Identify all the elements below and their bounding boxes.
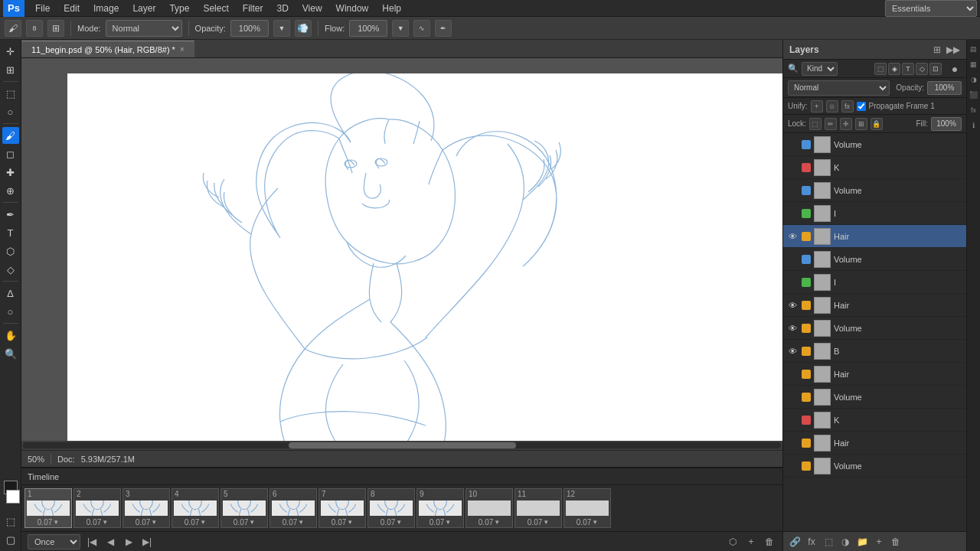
- new-frame-btn[interactable]: +: [744, 535, 758, 549]
- lock-transparent-icon[interactable]: ⬚: [809, 118, 822, 130]
- frame-time[interactable]: 0.07▼: [332, 517, 353, 527]
- layer-row[interactable]: 👁Hair: [783, 225, 966, 248]
- layer-row[interactable]: Volume: [783, 179, 966, 202]
- timeline-frame[interactable]: 3 0.07▼: [122, 488, 170, 528]
- unify-face-icon[interactable]: ☺: [826, 100, 838, 112]
- layer-eye-icon[interactable]: [786, 414, 799, 426]
- filter-smart-icon[interactable]: ⊡: [929, 63, 942, 75]
- filter-toggle[interactable]: ●: [948, 62, 962, 76]
- fill-value-input[interactable]: [931, 117, 962, 131]
- layer-row[interactable]: 👁Volume: [783, 317, 966, 340]
- frame-time[interactable]: 0.07▼: [528, 517, 549, 527]
- layers-arrange-icon[interactable]: ⊞: [930, 43, 944, 57]
- filter-pixel-icon[interactable]: ⬚: [874, 63, 887, 75]
- frame-time[interactable]: 0.07▼: [87, 517, 108, 527]
- scroll-thumb[interactable]: [289, 442, 516, 448]
- delete-frame-btn[interactable]: 🗑: [763, 535, 776, 549]
- menu-view[interactable]: View: [296, 2, 328, 15]
- link-layers-icon[interactable]: 🔗: [788, 535, 802, 549]
- unify-style-icon[interactable]: fx: [841, 100, 854, 112]
- heal-tool[interactable]: ⊕: [2, 182, 19, 199]
- layer-eye-icon[interactable]: [786, 437, 799, 449]
- opacity-input[interactable]: [230, 20, 269, 37]
- menu-file[interactable]: File: [29, 2, 56, 15]
- panel-adjust-icon[interactable]: ◑: [968, 73, 980, 86]
- flow-input[interactable]: [349, 20, 387, 37]
- lock-position-icon[interactable]: ✛: [840, 118, 852, 130]
- menu-type[interactable]: Type: [163, 2, 195, 15]
- new-layer-icon[interactable]: +: [872, 535, 886, 549]
- panel-history-icon[interactable]: ▤: [968, 43, 980, 55]
- filter-adjust-icon[interactable]: ◈: [888, 63, 900, 75]
- timeline-frame[interactable]: 8 0.07▼: [368, 488, 415, 528]
- flow-arrow[interactable]: ▼: [392, 20, 409, 37]
- timeline-frame[interactable]: 4 0.07▼: [172, 488, 219, 528]
- pen-tool[interactable]: ✒: [2, 206, 19, 223]
- layer-row[interactable]: Volume: [783, 133, 966, 156]
- layer-eye-icon[interactable]: 👁: [786, 299, 799, 311]
- type-tool[interactable]: T: [2, 224, 19, 241]
- tween-btn[interactable]: ⬡: [726, 535, 740, 549]
- layer-eye-icon[interactable]: 👁: [786, 230, 799, 243]
- layer-row[interactable]: K: [783, 409, 966, 432]
- path-tool[interactable]: ⬡: [2, 243, 19, 259]
- timeline-frame[interactable]: 2 0.07▼: [74, 488, 121, 528]
- lock-all-icon[interactable]: 🔒: [871, 118, 883, 130]
- delete-layer-icon[interactable]: 🗑: [889, 535, 903, 549]
- marquee-tool[interactable]: ⬚: [2, 85, 19, 102]
- menu-image[interactable]: Image: [87, 2, 125, 15]
- shape-tool[interactable]: ◇: [2, 261, 19, 278]
- timeline-frame[interactable]: 1 0.07▼: [24, 488, 72, 528]
- layer-eye-icon[interactable]: [786, 276, 799, 289]
- go-first-btn[interactable]: |◀: [85, 535, 99, 549]
- artboard-tool[interactable]: ⊞: [2, 61, 19, 78]
- opacity-value-input[interactable]: [927, 81, 962, 95]
- layer-row[interactable]: Hair: [783, 432, 966, 455]
- adjustment-layer-icon[interactable]: ◑: [838, 535, 852, 549]
- move-tool[interactable]: ✛: [2, 43, 19, 60]
- play-btn[interactable]: ▶: [122, 535, 136, 549]
- background-color[interactable]: [6, 490, 20, 504]
- filter-type-icon[interactable]: T: [902, 63, 914, 75]
- filter-type-select[interactable]: Kind: [802, 62, 838, 76]
- eraser-tool[interactable]: ◻: [2, 145, 19, 162]
- layer-eye-icon[interactable]: [786, 161, 799, 174]
- menu-edit[interactable]: Edit: [57, 2, 86, 15]
- timeline-frame[interactable]: 6 0.07▼: [270, 488, 317, 528]
- timeline-frame[interactable]: 120.07▼: [564, 488, 611, 528]
- blur-tool[interactable]: ∆: [2, 285, 19, 302]
- stylus-icon[interactable]: ✒: [435, 20, 452, 37]
- timeline-frame[interactable]: 100.07▼: [466, 488, 513, 528]
- blend-mode-select[interactable]: Normal: [788, 80, 890, 96]
- smoothing-icon[interactable]: ∿: [413, 20, 430, 37]
- layer-eye-icon[interactable]: 👁: [786, 345, 799, 357]
- menu-filter[interactable]: Filter: [237, 2, 270, 15]
- layer-eye-icon[interactable]: [786, 368, 799, 380]
- timeline-frame[interactable]: 5 0.07▼: [220, 488, 268, 528]
- new-group-icon[interactable]: 📁: [855, 535, 869, 549]
- menu-help[interactable]: Help: [376, 2, 407, 15]
- hand-tool[interactable]: ✋: [2, 327, 19, 344]
- propagate-checkbox[interactable]: [857, 102, 866, 111]
- menu-window[interactable]: Window: [330, 2, 375, 15]
- layer-eye-icon[interactable]: [786, 139, 799, 151]
- unify-position-icon[interactable]: +: [811, 100, 823, 112]
- layer-row[interactable]: I: [783, 271, 966, 294]
- frame-time[interactable]: 0.07▼: [479, 517, 500, 527]
- layer-row[interactable]: Volume: [783, 386, 966, 409]
- layer-row[interactable]: Volume: [783, 248, 966, 271]
- lasso-tool[interactable]: ○: [2, 103, 19, 120]
- layer-eye-icon[interactable]: [786, 460, 799, 472]
- layer-row[interactable]: Volume: [783, 455, 966, 478]
- layers-collapse-icon[interactable]: ▶▶: [946, 43, 960, 57]
- frame-time[interactable]: 0.07▼: [38, 517, 59, 527]
- layer-style-icon[interactable]: fx: [805, 535, 818, 549]
- lock-artboard-icon[interactable]: ⊞: [855, 118, 867, 130]
- layer-row[interactable]: 👁Hair: [783, 294, 966, 317]
- filter-shape-icon[interactable]: ◇: [916, 63, 928, 75]
- lock-pixels-icon[interactable]: ✏: [825, 118, 837, 130]
- layer-row[interactable]: Hair: [783, 363, 966, 386]
- layer-eye-icon[interactable]: [786, 184, 799, 197]
- timeline-frame[interactable]: 110.07▼: [514, 488, 562, 528]
- frame-time[interactable]: 0.07▼: [136, 517, 157, 527]
